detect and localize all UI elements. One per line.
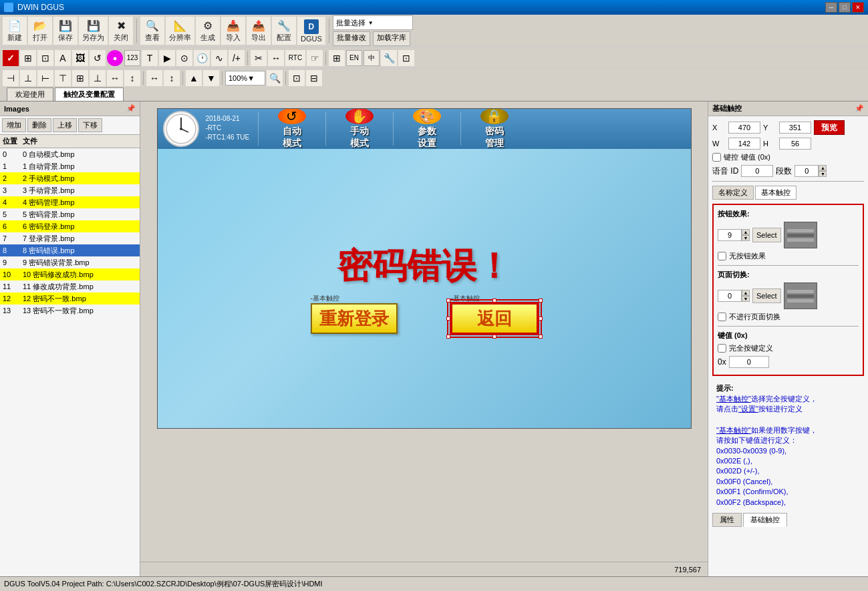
file-item[interactable]: 88 密码错误.bmp bbox=[0, 244, 140, 256]
dist-v[interactable]: ↕ bbox=[124, 70, 140, 86]
page-switch-up[interactable]: ▲ bbox=[742, 290, 750, 296]
bottom-tab-basic-touch[interactable]: 基础触控 bbox=[743, 513, 787, 527]
zoom-dropdown[interactable]: 100% ▼ bbox=[225, 71, 265, 85]
tool-7[interactable]: ● bbox=[107, 50, 123, 66]
tool-num[interactable]: 123 bbox=[124, 50, 140, 66]
hint1-link1[interactable]: "基本触控" bbox=[716, 395, 751, 403]
same-h[interactable]: ↕ bbox=[164, 70, 180, 86]
tool-shape2[interactable]: ⊙ bbox=[176, 50, 192, 66]
tool-text[interactable]: T bbox=[142, 50, 158, 66]
add-image-button[interactable]: 增加 bbox=[2, 118, 26, 132]
save-as-button[interactable]: 💾 另存为 bbox=[79, 17, 108, 45]
open-button[interactable]: 📂 打开 bbox=[28, 17, 52, 45]
file-item[interactable]: 1212 密码不一致.bmp bbox=[0, 292, 140, 305]
add-font-button[interactable]: 加载字库 bbox=[373, 31, 410, 46]
tool-wrench[interactable]: 🔧 bbox=[381, 50, 397, 66]
tool-curve[interactable]: ∿ bbox=[211, 50, 227, 66]
generate-button[interactable]: ⚙ 生成 bbox=[196, 17, 220, 45]
file-item[interactable]: 33 手动背景.bmp bbox=[0, 184, 140, 196]
no-effect-checkbox[interactable] bbox=[718, 252, 726, 260]
tab-name-def[interactable]: 名称定义 bbox=[712, 186, 754, 200]
file-item[interactable]: 1313 密码不一致背.bmp bbox=[0, 305, 140, 317]
delete-image-button[interactable]: 删除 bbox=[27, 118, 51, 132]
h-input[interactable] bbox=[779, 138, 811, 150]
batch-select-dropdown[interactable]: 批量选择 ▼ bbox=[333, 15, 413, 30]
align-left[interactable]: ⊣ bbox=[3, 70, 19, 86]
select-btn1[interactable]: Select bbox=[752, 228, 781, 242]
file-item[interactable]: 99 密码错误背景.bmp bbox=[0, 256, 140, 268]
align-top[interactable]: ⊤ bbox=[55, 70, 71, 86]
hint1-link2[interactable]: "设置" bbox=[738, 405, 758, 413]
hint2-link[interactable]: "基本触控" bbox=[716, 426, 751, 434]
zoom-icon[interactable]: 🔍 bbox=[267, 70, 283, 86]
file-item[interactable]: 66 密码登录.bmp bbox=[0, 220, 140, 232]
tool-clock[interactable]: 🕐 bbox=[194, 50, 210, 66]
key-hex-input[interactable] bbox=[729, 356, 769, 368]
align-right[interactable]: ⊢ bbox=[37, 70, 53, 86]
batch-edit-button[interactable]: 批量修改 bbox=[333, 31, 370, 46]
select-btn2[interactable]: Select bbox=[752, 288, 781, 303]
tool-6[interactable]: ↺ bbox=[90, 50, 106, 66]
dist-h[interactable]: ↔ bbox=[107, 70, 123, 86]
touch-config-tab[interactable]: 触控及变量配置 bbox=[55, 87, 124, 101]
tool-3[interactable]: ⊡ bbox=[37, 50, 53, 66]
x-input[interactable] bbox=[728, 122, 760, 134]
file-item[interactable]: 77 登录背景.bmp bbox=[0, 232, 140, 244]
full-key-checkbox[interactable] bbox=[718, 344, 726, 353]
view-1[interactable]: ⊡ bbox=[289, 70, 305, 86]
audio-id-input[interactable] bbox=[741, 165, 773, 177]
tool-slash[interactable]: /+ bbox=[229, 50, 245, 66]
close-button[interactable]: ✕ bbox=[852, 2, 864, 13]
preview-button[interactable]: 预览 bbox=[814, 120, 845, 135]
bottom-tab-props[interactable]: 属性 bbox=[712, 513, 742, 527]
y-input[interactable] bbox=[779, 122, 811, 134]
export-button[interactable]: 📤 导出 bbox=[247, 17, 271, 45]
w-input[interactable] bbox=[728, 138, 760, 150]
file-item[interactable]: 11 自动背景.bmp bbox=[0, 160, 140, 172]
resolution-button[interactable]: 📐 分辨率 bbox=[166, 17, 194, 45]
minimize-button[interactable]: ─ bbox=[825, 2, 837, 13]
segments-up[interactable]: ▲ bbox=[819, 165, 827, 171]
key-ctrl-checkbox[interactable] bbox=[712, 153, 721, 162]
btn2[interactable]: 返回 bbox=[451, 303, 538, 334]
new-button[interactable]: 📄 新建 bbox=[3, 17, 27, 45]
import-button[interactable]: 📥 导入 bbox=[221, 17, 245, 45]
btn-effect-up[interactable]: ▲ bbox=[742, 229, 750, 235]
tool-4[interactable]: A bbox=[55, 50, 71, 66]
move-up-button[interactable]: 上移 bbox=[53, 118, 77, 132]
welcome-tab[interactable]: 欢迎使用 bbox=[7, 87, 53, 101]
save-button[interactable]: 💾 保存 bbox=[53, 17, 78, 45]
no-switch-checkbox[interactable] bbox=[718, 313, 726, 321]
select-tool[interactable]: ✓ bbox=[3, 50, 19, 66]
segments-input[interactable] bbox=[794, 165, 819, 177]
file-item[interactable]: 1010 密码修改成功.bmp bbox=[0, 268, 140, 280]
segments-down[interactable]: ▼ bbox=[819, 171, 827, 177]
file-item[interactable]: 55 密码背景.bmp bbox=[0, 208, 140, 220]
lang-zh[interactable]: 中 bbox=[364, 50, 380, 66]
page-switch-down[interactable]: ▼ bbox=[742, 296, 750, 302]
tool-cursor[interactable]: ☞ bbox=[307, 50, 323, 66]
file-item[interactable]: 1111 修改成功背景.bmp bbox=[0, 280, 140, 292]
align-bottom[interactable]: ⊥ bbox=[90, 70, 106, 86]
file-item[interactable]: 00 自动模式.bmp bbox=[0, 148, 140, 160]
tool-2[interactable]: ⊞ bbox=[20, 50, 36, 66]
dgus-button[interactable]: D DGUS bbox=[297, 17, 325, 45]
view-2[interactable]: ⊟ bbox=[306, 70, 322, 86]
tool-move[interactable]: ↔ bbox=[268, 50, 284, 66]
btn-effect-down[interactable]: ▼ bbox=[742, 235, 750, 241]
tool-shape1[interactable]: ▶ bbox=[159, 50, 175, 66]
maximize-button[interactable]: □ bbox=[839, 2, 851, 13]
page-switch-input[interactable] bbox=[718, 290, 742, 302]
same-w[interactable]: ↔ bbox=[146, 70, 162, 86]
btn-effect-input[interactable] bbox=[718, 229, 742, 241]
btn1[interactable]: 重新登录 bbox=[311, 303, 398, 334]
tool-5[interactable]: 🖼 bbox=[72, 50, 88, 66]
align-middle[interactable]: ⊞ bbox=[72, 70, 88, 86]
align-center[interactable]: ⊥ bbox=[20, 70, 36, 86]
canvas-scroll[interactable]: 2018-08-21 -RTC -RTC1:46 TUE ↺ 自动模式 bbox=[140, 102, 708, 562]
tool-crop[interactable]: ✂ bbox=[251, 50, 267, 66]
file-item[interactable]: 44 密码管理.bmp bbox=[0, 196, 140, 208]
close-doc-button[interactable]: ✖ 关闭 bbox=[109, 17, 133, 45]
tab-basic-touch[interactable]: 基本触控 bbox=[755, 186, 797, 200]
lang-en[interactable]: EN bbox=[346, 50, 362, 66]
